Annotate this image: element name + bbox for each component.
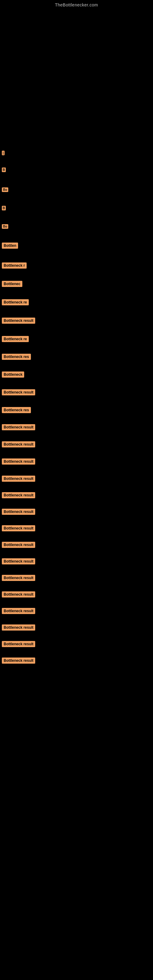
bottleneck-item-2: B (2, 167, 6, 172)
bottleneck-item-23: Bottleneck result (2, 542, 35, 548)
bottleneck-item-24: Bottleneck result (2, 558, 35, 565)
bottleneck-item-12: Bottleneck res (2, 354, 31, 360)
row-2: B (0, 164, 153, 175)
bottleneck-item-20: Bottleneck result (2, 492, 35, 498)
row-5: Bo (0, 221, 153, 232)
bottleneck-item-28: Bottleneck result (2, 624, 35, 630)
bottleneck-item-3: Bo (2, 188, 8, 192)
row-29: Bottleneck result (0, 638, 153, 650)
row-12: Bottleneck res (0, 351, 153, 363)
row-14: Bottleneck result (0, 386, 153, 398)
row-18: Bottleneck result (0, 455, 153, 468)
row-4: B (0, 203, 153, 213)
bottleneck-item-5: Bo (2, 224, 8, 229)
row-15: Bottleneck res (0, 404, 153, 416)
site-title: TheBottlenecker.com (0, 0, 153, 10)
bottleneck-item-11: Bottleneck re (2, 336, 29, 342)
row-11: Bottleneck re (0, 333, 153, 345)
row-13: Bottleneck (0, 368, 153, 381)
bottleneck-item-30: Bottleneck result (2, 657, 35, 663)
bottleneck-item-19: Bottleneck result (2, 476, 35, 482)
row-1: | (0, 148, 153, 158)
bottleneck-item-15: Bottleneck res (2, 407, 31, 413)
bottleneck-item-7: Bottleneck r (2, 262, 27, 269)
bottleneck-item-9: Bottleneck re (2, 299, 29, 305)
row-3: Bo (0, 185, 153, 195)
row-10: Bottleneck result (0, 315, 153, 327)
row-20: Bottleneck result (0, 489, 153, 501)
row-19: Bottleneck result (0, 473, 153, 485)
bottleneck-item-29: Bottleneck result (2, 641, 35, 647)
row-7: Bottleneck r (0, 259, 153, 272)
bottleneck-item-26: Bottleneck result (2, 591, 35, 598)
row-9: Bottleneck re (0, 296, 153, 309)
row-6: Bottlen (0, 240, 153, 252)
bottleneck-item-18: Bottleneck result (2, 458, 35, 465)
row-30: Bottleneck result (0, 654, 153, 667)
row-25: Bottleneck result (0, 572, 153, 584)
bottleneck-item-22: Bottleneck result (2, 525, 35, 531)
row-28: Bottleneck result (0, 621, 153, 634)
bottleneck-item-25: Bottleneck result (2, 575, 35, 581)
bottleneck-item-14: Bottleneck result (2, 389, 35, 395)
row-23: Bottleneck result (0, 539, 153, 551)
bottleneck-item-16: Bottleneck result (2, 424, 35, 430)
bottleneck-item-10: Bottleneck result (2, 318, 35, 324)
row-8: Bottlenec (0, 278, 153, 290)
row-22: Bottleneck result (0, 522, 153, 535)
bottleneck-item-1: | (2, 151, 5, 155)
row-26: Bottleneck result (0, 588, 153, 601)
row-16: Bottleneck result (0, 421, 153, 433)
row-21: Bottleneck result (0, 506, 153, 518)
bottleneck-item-17: Bottleneck result (2, 441, 35, 447)
bottleneck-item-21: Bottleneck result (2, 509, 35, 515)
bottleneck-item-8: Bottlenec (2, 281, 22, 287)
bottleneck-item-6: Bottlen (2, 243, 18, 249)
row-17: Bottleneck result (0, 438, 153, 450)
bottleneck-item-13: Bottleneck (2, 371, 24, 378)
bottleneck-item-4: B (2, 206, 6, 210)
row-27: Bottleneck result (0, 605, 153, 617)
row-24: Bottleneck result (0, 555, 153, 568)
bottleneck-item-27: Bottleneck result (2, 608, 35, 614)
